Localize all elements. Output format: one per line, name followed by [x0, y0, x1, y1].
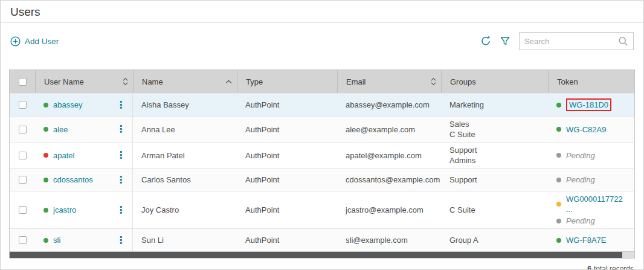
- column-header-token[interactable]: Token: [548, 70, 634, 93]
- add-user-button[interactable]: Add User: [10, 36, 59, 47]
- user-full-name: Arman Patel: [133, 143, 237, 168]
- sort-icon[interactable]: [427, 77, 436, 86]
- user-full-name: Aisha Bassey: [133, 94, 237, 116]
- search-input[interactable]: [524, 37, 618, 46]
- row-menu-icon[interactable]: ⋮: [114, 205, 127, 215]
- user-token: Pending: [548, 169, 634, 191]
- row-menu-icon[interactable]: ⋮: [114, 175, 127, 185]
- group-label: Support: [449, 175, 477, 185]
- user-token: WG0000117722 ...Pending: [548, 191, 634, 228]
- users-table: User Name Name Type Email Groups Token: [9, 69, 635, 259]
- search-box: [519, 32, 634, 50]
- sort-icon[interactable]: [119, 77, 128, 86]
- user-token: WG-F8A7E: [548, 229, 634, 251]
- token-link[interactable]: WG-C82A9: [566, 124, 606, 135]
- token-pending-label: Pending: [566, 150, 595, 161]
- user-email: alee@example.com: [337, 117, 441, 142]
- group-label: Marketing: [449, 100, 484, 110]
- user-full-name: Anna Lee: [133, 117, 237, 142]
- total-records: 6 total records: [1, 259, 643, 270]
- row-menu-icon[interactable]: ⋮: [114, 124, 127, 134]
- user-email: cdossantos@example.com: [337, 169, 441, 191]
- records-count: 6: [587, 265, 591, 270]
- token-status-dot: [556, 178, 561, 182]
- group-label: C Suite: [449, 129, 475, 140]
- user-groups: Support: [441, 169, 548, 191]
- username-link[interactable]: abassey: [53, 100, 82, 109]
- table-row: apatel ⋮ Arman Patel AuthPoint apatel@ex…: [10, 142, 634, 168]
- user-status-dot: [43, 153, 48, 158]
- row-menu-icon[interactable]: ⋮: [114, 236, 127, 245]
- user-type: AuthPoint: [237, 117, 337, 142]
- table-row: jcastro ⋮ Joy Castro AuthPoint jcastro@e…: [10, 191, 634, 228]
- row-checkbox-cell: [10, 94, 35, 116]
- table-row: abassey ⋮ Aisha Bassey AuthPoint abassey…: [10, 93, 634, 116]
- token-line: Pending: [556, 216, 595, 226]
- row-checkbox[interactable]: [19, 126, 27, 133]
- column-header-name[interactable]: Name: [133, 70, 237, 93]
- token-status-dot: [556, 127, 561, 132]
- username-link[interactable]: cdossantos: [53, 175, 93, 184]
- row-checkbox[interactable]: [19, 236, 27, 244]
- token-status-dot: [556, 219, 561, 223]
- username-cell: abassey ⋮: [35, 94, 133, 116]
- toolbar: Add User: [1, 23, 643, 50]
- row-menu-icon[interactable]: ⋮: [114, 100, 127, 110]
- select-all-checkbox[interactable]: [19, 78, 27, 86]
- column-header-type[interactable]: Type: [237, 70, 337, 93]
- column-label: Token: [557, 77, 578, 86]
- refresh-icon[interactable]: [480, 36, 491, 47]
- user-token: WG-181D0: [548, 94, 634, 116]
- group-label: Group A: [449, 235, 478, 245]
- token-link[interactable]: WG0000117722 ...: [566, 194, 630, 214]
- user-type: AuthPoint: [237, 191, 337, 228]
- row-checkbox[interactable]: [19, 101, 27, 109]
- user-token: WG-C82A9: [548, 117, 634, 142]
- scrollbar-thumb[interactable]: [10, 252, 622, 258]
- table-body: abassey ⋮ Aisha Bassey AuthPoint abassey…: [10, 93, 634, 251]
- token-line: Pending: [556, 150, 595, 161]
- group-label: Support: [449, 145, 477, 155]
- username-cell: sli ⋮: [35, 229, 133, 251]
- row-checkbox[interactable]: [19, 176, 27, 184]
- sort-icon[interactable]: [222, 80, 232, 84]
- user-email: sli@example.com: [337, 229, 441, 251]
- token-link[interactable]: WG-181D0: [569, 100, 608, 109]
- horizontal-scrollbar[interactable]: [10, 251, 634, 258]
- search-icon[interactable]: [618, 36, 628, 47]
- user-status-dot: [43, 127, 48, 132]
- annotation-highlight-box: WG-181D0: [566, 98, 611, 111]
- token-pending-label: Pending: [566, 216, 595, 226]
- filter-icon[interactable]: [500, 36, 510, 46]
- username-link[interactable]: apatel: [53, 151, 74, 160]
- group-label: C Suite: [449, 205, 475, 215]
- username-link[interactable]: sli: [53, 236, 60, 245]
- column-label: Email: [346, 77, 366, 86]
- user-type: AuthPoint: [237, 143, 337, 168]
- row-checkbox[interactable]: [19, 206, 27, 214]
- token-status-dot: [556, 238, 561, 243]
- user-groups: C Suite: [441, 191, 548, 228]
- row-menu-icon[interactable]: ⋮: [114, 150, 127, 160]
- username-link[interactable]: jcastro: [53, 205, 76, 214]
- username-link[interactable]: alee: [53, 125, 68, 134]
- user-type: AuthPoint: [237, 229, 337, 251]
- user-groups: SupportAdmins: [441, 143, 548, 168]
- row-checkbox[interactable]: [19, 152, 27, 159]
- username-cell: apatel ⋮: [35, 143, 133, 168]
- username-cell: cdossantos ⋮: [35, 169, 133, 191]
- column-header-email[interactable]: Email: [337, 70, 441, 93]
- records-label: total records: [594, 265, 634, 270]
- user-status-dot: [43, 103, 48, 108]
- group-label: Sales: [449, 119, 469, 129]
- user-full-name: Sun Li: [133, 229, 237, 251]
- column-header-groups[interactable]: Groups: [441, 70, 548, 93]
- column-header-username[interactable]: User Name: [35, 70, 133, 93]
- user-full-name: Joy Castro: [133, 191, 237, 228]
- page-title: Users: [10, 5, 634, 19]
- table-row: cdossantos ⋮ Carlos Santos AuthPoint cdo…: [10, 168, 634, 191]
- token-status-dot: [556, 202, 561, 207]
- users-page: Users Add User: [0, 0, 644, 270]
- column-label: Type: [246, 77, 263, 86]
- token-link[interactable]: WG-F8A7E: [566, 235, 606, 245]
